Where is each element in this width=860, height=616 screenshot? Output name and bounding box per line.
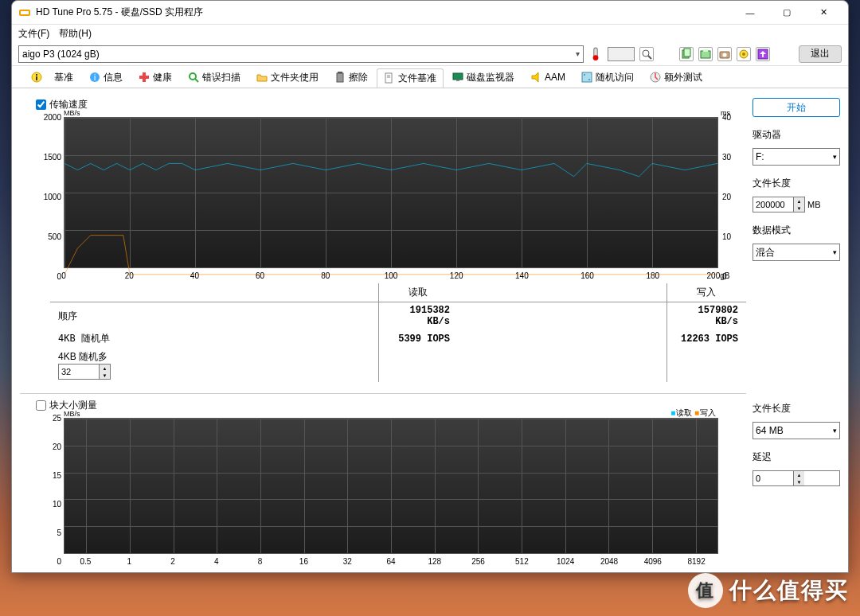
- watermark-badge: 值: [688, 573, 723, 608]
- erase-icon: [334, 72, 346, 83]
- errorscan-icon: [188, 72, 199, 83]
- svg-point-11: [723, 53, 727, 57]
- toolbar: aigo P3 (1024 gB) ▾ 退出: [12, 42, 848, 66]
- magnifier-icon[interactable]: [639, 47, 654, 61]
- svg-rect-9: [703, 49, 708, 52]
- window-buttons: — ▢ ✕: [732, 2, 842, 24]
- chart1-yunit-left: MB/s: [64, 109, 80, 117]
- chevron-down-icon: ▾: [833, 153, 837, 161]
- filelen-label: 文件长度: [752, 177, 840, 190]
- screenshot-icon[interactable]: [698, 47, 713, 61]
- filelen2-label: 文件长度: [752, 402, 840, 415]
- svg-point-3: [593, 55, 599, 60]
- tab-random[interactable]: 随机访问: [574, 68, 641, 87]
- svg-rect-8: [701, 51, 710, 58]
- transfer-checkbox[interactable]: 传输速度: [36, 98, 746, 111]
- exit-button[interactable]: 退出: [799, 45, 842, 63]
- chevron-down-icon: ▾: [833, 427, 837, 435]
- menu-help[interactable]: 帮助(H): [59, 27, 92, 41]
- svg-rect-33: [582, 72, 592, 82]
- content: 传输速度 MB/s ms 020406080100120140160180200…: [12, 88, 848, 572]
- delay-label: 延迟: [752, 450, 840, 464]
- window-title: HD Tune Pro 5.75 - 硬盘/SSD 实用程序: [36, 6, 732, 19]
- tab-benchmark[interactable]: 基准: [47, 68, 80, 87]
- svg-rect-17: [36, 76, 37, 80]
- tab-errorscan[interactable]: 错误扫描: [181, 68, 248, 87]
- titlebar: HD Tune Pro 5.75 - 硬盘/SSD 实用程序 — ▢ ✕: [12, 1, 848, 25]
- extra-icon: [650, 72, 661, 83]
- transfer-chart: MB/s ms 020406080100120140160180200gB050…: [36, 113, 746, 280]
- drive-select-value: aigo P3 (1024 gB): [22, 49, 100, 60]
- svg-point-35: [588, 79, 590, 80]
- info-icon: [31, 72, 42, 83]
- menubar: 文件(F) 帮助(H): [12, 25, 848, 42]
- svg-rect-22: [143, 72, 146, 82]
- chart1-plot-area: [64, 117, 718, 268]
- write-series: [64, 236, 717, 275]
- tab-monitor[interactable]: 磁盘监视器: [445, 68, 522, 87]
- delay-input[interactable]: [753, 471, 793, 485]
- watermark-text: 什么值得买: [729, 575, 849, 606]
- tab-filebench[interactable]: 文件基准: [377, 68, 444, 88]
- blocksize-chart: MB/s 读取 写入 0.512481632641282565121024204…: [36, 414, 746, 566]
- svg-point-34: [584, 74, 585, 76]
- tab-info[interactable]: i信息: [82, 68, 130, 87]
- svg-rect-1: [21, 11, 29, 14]
- tab-health[interactable]: 健康: [131, 68, 179, 87]
- blocksize-checkbox-input[interactable]: [36, 400, 46, 411]
- tab-erase[interactable]: 擦除: [327, 68, 375, 87]
- tab-aam[interactable]: AAM: [523, 68, 573, 87]
- svg-rect-18: [36, 74, 37, 76]
- copy-icon[interactable]: [679, 47, 694, 61]
- drive-select[interactable]: aigo P3 (1024 gB) ▾: [18, 45, 584, 63]
- svg-rect-30: [453, 73, 463, 80]
- health-icon: [139, 72, 150, 83]
- tabbar: 基准 i信息 健康 错误扫描 文件夹使用 擦除 文件基准 磁盘监视器 AAM 随…: [12, 66, 848, 88]
- chevron-down-icon: ▾: [576, 49, 580, 58]
- transfer-checkbox-input[interactable]: [36, 99, 46, 110]
- drive-letter-select[interactable]: F:▾: [752, 148, 840, 166]
- watermark: 值 什么值得买: [688, 573, 849, 608]
- svg-rect-31: [456, 80, 459, 81]
- maximize-button[interactable]: ▢: [768, 2, 805, 24]
- app-window: HD Tune Pro 5.75 - 硬盘/SSD 实用程序 — ▢ ✕ 文件(…: [11, 0, 849, 573]
- random-icon: [581, 72, 592, 83]
- svg-point-23: [190, 73, 196, 80]
- minimize-button[interactable]: —: [732, 2, 768, 24]
- info-tab-icon: i: [89, 72, 100, 83]
- aam-icon: [530, 72, 541, 83]
- filelen2-select[interactable]: 64 MB▾: [752, 422, 840, 439]
- filebench-icon: [384, 72, 395, 84]
- chart2-plot-area: [64, 418, 718, 554]
- monitor-icon: [452, 72, 463, 83]
- filelen-input[interactable]: [753, 197, 793, 212]
- folder-icon: [256, 72, 268, 83]
- drive-label: 驱动器: [752, 128, 840, 142]
- svg-text:i: i: [94, 73, 96, 82]
- svg-point-13: [742, 53, 745, 56]
- read-series: [64, 163, 717, 176]
- datamode-select[interactable]: 混合▾: [752, 244, 840, 261]
- svg-rect-26: [338, 72, 342, 73]
- filelen-stepper[interactable]: ▲▼: [752, 197, 805, 212]
- camera-icon[interactable]: [717, 47, 732, 61]
- svg-marker-32: [532, 72, 538, 82]
- close-button[interactable]: ✕: [805, 2, 842, 24]
- save-icon[interactable]: [756, 47, 770, 61]
- chart2-yunit: MB/s: [64, 410, 80, 418]
- chevron-down-icon: ▾: [833, 248, 837, 256]
- thermometer-icon: [588, 47, 603, 61]
- svg-rect-25: [337, 73, 343, 82]
- start-button[interactable]: 开始: [752, 98, 840, 117]
- svg-point-4: [643, 50, 649, 57]
- settings-icon[interactable]: [737, 47, 751, 61]
- svg-line-5: [648, 56, 651, 59]
- tab-extra[interactable]: 额外测试: [643, 68, 710, 87]
- temp-display: [608, 47, 635, 61]
- menu-file[interactable]: 文件(F): [18, 27, 49, 41]
- tab-folder[interactable]: 文件夹使用: [249, 68, 326, 87]
- svg-line-24: [195, 79, 198, 82]
- delay-stepper[interactable]: ▲▼: [752, 470, 840, 486]
- app-icon: [18, 6, 31, 19]
- main-column: 传输速度 MB/s ms 020406080100120140160180200…: [20, 95, 746, 566]
